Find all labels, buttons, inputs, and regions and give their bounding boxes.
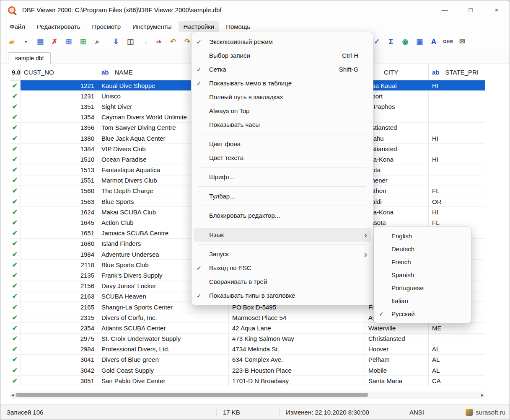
header-city[interactable]: CITY	[365, 64, 429, 80]
cell-state[interactable]: AL	[429, 344, 485, 354]
cell-name[interactable]: Divers of Blue-green	[98, 355, 229, 365]
table-row[interactable]: ✔ 2975 St. Croix Underwater Supply #73 K…	[10, 334, 485, 344]
menu-item-show-memo[interactable]: ✓ Показывать мемо в таблице ›	[194, 76, 371, 90]
goto-record-icon[interactable]: ⊞	[63, 37, 74, 47]
language-deutsch[interactable]: ✓ Deutsch	[376, 242, 469, 255]
send-mail-icon[interactable]: ✉	[457, 37, 468, 47]
menu-item-show-clock[interactable]: ✓ Показывать часы ›	[194, 118, 371, 131]
cell-cust-no[interactable]: 2984	[21, 344, 98, 354]
cell-city[interactable]: Waterville	[365, 323, 429, 333]
cell-cust-no[interactable]: 2315	[21, 312, 98, 322]
cell-cust-no[interactable]: 2156	[21, 281, 98, 291]
language-italian[interactable]: ✓ Italian	[376, 294, 469, 307]
cell-city[interactable]: chener	[365, 175, 429, 186]
table-row[interactable]: ✔ 2354 Atlantis SCUBA Center 42 Aqua Lan…	[10, 323, 485, 333]
append-record-icon[interactable]: ⊞	[78, 37, 88, 47]
menu-item-types-in-header[interactable]: ✓ Показывать типы в заголовке ›	[194, 289, 371, 302]
font-icon[interactable]: A	[428, 37, 439, 47]
cell-cust-no[interactable]: 2165	[21, 302, 98, 312]
cell-address[interactable]: 634 Complex Ave.	[229, 355, 365, 365]
menu-item-startup[interactable]: ✓ Запуск ›	[194, 247, 371, 261]
cell-state[interactable]: OR	[429, 196, 485, 206]
undo-icon[interactable]: ↶	[168, 37, 179, 47]
cell-state[interactable]: HI	[429, 154, 485, 164]
cell-state[interactable]: HI	[429, 207, 485, 217]
cell-cust-no[interactable]: 1513	[21, 165, 98, 175]
cell-city[interactable]: rasota	[365, 217, 429, 227]
cell-state[interactable]	[429, 101, 485, 111]
tab-sample-dbf[interactable]: sample.dbf	[8, 52, 51, 64]
cell-address[interactable]: 1701-D N Broadway	[229, 376, 365, 386]
cell-state[interactable]: FL	[429, 186, 485, 196]
cell-city[interactable]	[365, 112, 429, 122]
find-icon[interactable]: ◫	[125, 37, 136, 47]
cell-city[interactable]: paa Kauai	[365, 80, 429, 90]
menu-separator[interactable]: ✓ ›	[194, 242, 371, 247]
menu-settings[interactable]: Настройки	[179, 21, 220, 32]
menu-separator[interactable]: ✓ ›	[194, 131, 371, 137]
cell-cust-no[interactable]: 2135	[21, 270, 98, 280]
cell-cust-no[interactable]: 1510	[21, 154, 98, 164]
cell-state[interactable]: AL	[429, 355, 485, 365]
cell-cust-no[interactable]: 2354	[21, 323, 98, 333]
cell-cust-no[interactable]: 2163	[21, 291, 98, 301]
menu-item-exclusive-mode[interactable]: ✓ Эксклюзивный режим ›	[194, 35, 371, 49]
cell-cust-no[interactable]: 1551	[21, 175, 98, 186]
menu-file[interactable]: Файл	[5, 21, 30, 32]
cell-cust-no[interactable]: 1624	[21, 207, 98, 217]
cell-city[interactable]: Mobile	[365, 365, 429, 375]
table-row[interactable]: ✔ 2984 Professional Divers, Ltd. 4734 Me…	[10, 344, 485, 355]
minimize-button[interactable]: —	[432, 0, 458, 19]
menu-separator[interactable]: ✓ ›	[194, 203, 371, 209]
cell-city[interactable]: eport	[365, 91, 429, 101]
menu-tools[interactable]: Инструменты	[127, 21, 177, 32]
menu-separator[interactable]: ✓ ›	[194, 184, 371, 189]
menu-separator[interactable]: ✓ ›	[194, 165, 371, 170]
cell-cust-no[interactable]: 1651	[21, 228, 98, 238]
cell-city[interactable]: Christiansted	[365, 334, 429, 344]
menu-item-full-path-bookmarks[interactable]: ✓ Полный путь в закладках ›	[194, 90, 371, 104]
cell-city[interactable]: lua-Kona	[365, 154, 429, 164]
menu-item-esc-exit[interactable]: ✓ Выход по ESC ›	[194, 261, 371, 275]
delete-record-icon[interactable]: ✗	[49, 37, 60, 47]
cell-cust-no[interactable]: 2118	[21, 260, 98, 270]
cell-cust-no[interactable]: 1560	[21, 186, 98, 196]
cell-state[interactable]	[429, 334, 485, 344]
cell-state[interactable]	[429, 112, 485, 122]
search-icon[interactable]: ⌕	[92, 37, 103, 47]
cell-city[interactable]: Pelham	[365, 355, 429, 365]
menu-item-grid[interactable]: ✓ Сетка Shift-G ›	[194, 62, 371, 76]
cell-cust-no[interactable]: 1384	[21, 144, 98, 154]
cell-name[interactable]: St. Croix Underwater Supply	[98, 334, 229, 344]
cell-address[interactable]: 42 Aqua Lane	[229, 323, 365, 333]
maximize-button[interactable]: □	[458, 0, 484, 19]
cell-cust-no[interactable]: 1563	[21, 196, 98, 206]
menu-item-bg-color[interactable]: ✓ Цвет фона ›	[194, 137, 371, 151]
menu-item-lock-editor[interactable]: ✓ Блокировать редактор... ›	[194, 209, 371, 222]
cell-name[interactable]: Atlantis SCUBA Center	[98, 323, 229, 333]
open-dropdown-caret-icon[interactable]: ▾	[21, 37, 31, 47]
oem-icon[interactable]: OEM	[443, 37, 453, 47]
table-row[interactable]: ✔ 3042 Gold Coast Supply 223-B Houston P…	[10, 365, 485, 376]
cell-cust-no[interactable]: 3041	[21, 355, 98, 365]
cell-city[interactable]: ristiansted	[365, 144, 429, 154]
cell-state[interactable]: CA	[429, 376, 485, 386]
language-portuguese[interactable]: ✓ Portuguese	[376, 281, 469, 294]
table-row[interactable]: ✔ 3051 San Pablo Dive Center 1701-D N Br…	[10, 376, 485, 386]
menu-item-always-on-top[interactable]: ✓ Always on Top ›	[194, 104, 371, 118]
menu-view[interactable]: Просмотр	[87, 21, 126, 32]
cell-state[interactable]	[429, 144, 485, 154]
header-cust-no[interactable]: CUST_NO	[21, 64, 98, 80]
scrollbar-thumb[interactable]	[16, 393, 368, 397]
cell-state[interactable]: HI	[429, 80, 485, 90]
cell-city[interactable]: baldi	[365, 196, 429, 206]
menu-edit[interactable]: Редактировать	[32, 21, 85, 32]
new-file-icon[interactable]: ▤	[35, 37, 46, 47]
cell-city[interactable]: gota	[365, 165, 429, 175]
cell-city[interactable]: lua-Kona	[365, 207, 429, 217]
cell-state[interactable]	[429, 175, 485, 186]
cell-state[interactable]	[429, 123, 485, 133]
language-english[interactable]: ✓ English	[376, 229, 469, 242]
menu-separator[interactable]: ✓ ›	[194, 222, 371, 228]
cell-cust-no[interactable]: 1351	[21, 101, 98, 111]
